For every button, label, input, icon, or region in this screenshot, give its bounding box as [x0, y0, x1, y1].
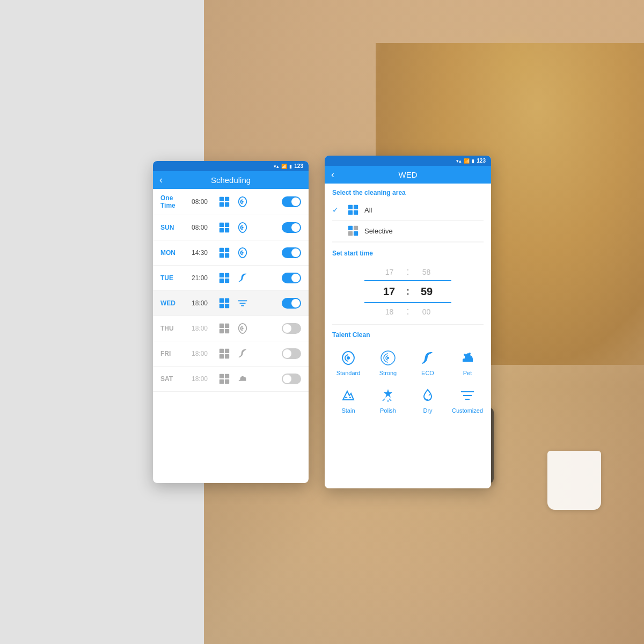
- eco-icon: [418, 348, 437, 368]
- schedule-row-mon[interactable]: MON 14:30: [153, 240, 309, 266]
- area-icon-all: [347, 204, 359, 216]
- colon-1758: :: [406, 266, 409, 277]
- clean-icon-fri: [236, 347, 250, 361]
- talent-customized[interactable]: Customized: [449, 383, 486, 417]
- toggle-fri[interactable]: [282, 348, 301, 359]
- talent-dry[interactable]: Dry: [409, 383, 446, 417]
- talent-pet[interactable]: Pet: [449, 345, 486, 379]
- svg-rect-28: [219, 329, 224, 333]
- schedule-row-wed[interactable]: WED 18:00: [153, 291, 309, 316]
- time-onetime: 08:00: [192, 198, 213, 206]
- schedule-row-thu[interactable]: THU 18:00: [153, 316, 309, 341]
- svg-rect-11: [225, 248, 229, 252]
- strong-icon: [378, 348, 398, 368]
- mode-icon-sun: [217, 221, 231, 235]
- mode-icon-tue: [217, 271, 231, 285]
- time-fri: 18:00: [192, 350, 213, 357]
- svg-rect-26: [219, 324, 224, 328]
- schedule-row-tue[interactable]: TUE 21:00: [153, 266, 309, 291]
- talent-clean-section: Standard Strong ECO: [325, 342, 491, 426]
- hour-1800: 18: [380, 308, 398, 316]
- svg-rect-45: [348, 231, 353, 236]
- mode-icon-sat: [217, 372, 231, 386]
- schedule-row-sat[interactable]: SAT 18:00: [153, 367, 309, 392]
- hour-1759: 17: [380, 286, 398, 298]
- svg-rect-1: [225, 197, 229, 201]
- back-button-left[interactable]: ‹: [159, 174, 163, 186]
- clean-icon-sat: [236, 372, 250, 386]
- status-time-left: 123: [294, 163, 303, 169]
- wifi-icon: 📶: [281, 164, 287, 169]
- day-wed: WED: [160, 299, 187, 307]
- area-option-selective[interactable]: ✓ Selective: [332, 221, 484, 241]
- svg-point-50: [469, 353, 471, 355]
- schedule-row-sun[interactable]: SUN 08:00: [153, 215, 309, 240]
- schedule-row-fri[interactable]: FRI 18:00: [153, 341, 309, 367]
- toggle-mon[interactable]: [282, 247, 301, 258]
- day-sun: SUN: [160, 224, 187, 231]
- day-sat: SAT: [160, 375, 187, 383]
- area-icon-selective: [347, 225, 359, 237]
- day-mon: MON: [160, 249, 187, 257]
- talent-eco[interactable]: ECO: [409, 345, 446, 379]
- time-wed: 18:00: [192, 299, 213, 307]
- day-fri: FRI: [160, 350, 187, 357]
- talent-standard[interactable]: Standard: [330, 345, 367, 379]
- toggle-onetime[interactable]: [282, 196, 301, 207]
- svg-rect-22: [225, 304, 229, 308]
- time-row-1800[interactable]: 18 : 00: [380, 303, 435, 320]
- toggle-wed[interactable]: [282, 298, 301, 309]
- nav-bar-left: ‹ Scheduling: [153, 171, 309, 189]
- time-row-1759[interactable]: 17 : 59: [364, 280, 451, 303]
- svg-rect-38: [225, 379, 229, 384]
- schedule-row-onetime[interactable]: One Time 08:00: [153, 189, 309, 215]
- signal-icon: ▾▴: [274, 164, 279, 169]
- nav-bar-right: ‹ WED: [325, 166, 491, 184]
- svg-rect-7: [219, 228, 224, 232]
- strong-label: Strong: [379, 370, 397, 376]
- talent-stain[interactable]: Stain: [330, 383, 367, 417]
- clean-icon-thu: [236, 321, 250, 335]
- svg-rect-6: [225, 223, 229, 227]
- colon-1759: :: [406, 286, 409, 297]
- talent-polish[interactable]: Polish: [370, 383, 406, 417]
- status-bar-right: ▾▴ 📶 ▮ 123: [325, 156, 491, 166]
- svg-rect-27: [225, 324, 229, 328]
- mode-icon-fri: [217, 347, 231, 361]
- talent-strong[interactable]: Strong: [370, 345, 406, 379]
- stain-label: Stain: [341, 407, 355, 414]
- svg-rect-29: [225, 329, 229, 333]
- svg-rect-42: [354, 210, 358, 215]
- toggle-sat[interactable]: [282, 374, 301, 384]
- pet-icon: [458, 348, 477, 368]
- toggle-thu[interactable]: [282, 323, 301, 334]
- svg-rect-15: [219, 273, 224, 277]
- mode-icon-wed: [217, 296, 231, 310]
- svg-rect-46: [354, 231, 358, 236]
- back-button-right[interactable]: ‹: [331, 169, 334, 180]
- svg-rect-43: [348, 226, 353, 230]
- phone-wed-detail: ▾▴ 📶 ▮ 123 ‹ WED Select the cleaning are…: [325, 156, 491, 488]
- time-row-1758[interactable]: 17 : 58: [380, 264, 435, 280]
- pet-label: Pet: [463, 370, 472, 376]
- colon-1800: :: [406, 306, 409, 317]
- battery-icon: ▮: [289, 164, 292, 169]
- toggle-tue[interactable]: [282, 273, 301, 283]
- nav-title-right: WED: [399, 170, 418, 179]
- eco-label: ECO: [421, 370, 434, 376]
- schedule-list: One Time 08:00 SUN 08:00: [153, 189, 309, 392]
- nav-title-left: Scheduling: [211, 175, 251, 185]
- svg-rect-21: [219, 304, 224, 308]
- area-option-all[interactable]: ✓ All: [332, 200, 484, 221]
- standard-icon: [339, 348, 358, 368]
- svg-point-4: [241, 201, 244, 203]
- dry-icon: [418, 386, 437, 405]
- svg-rect-19: [219, 298, 224, 303]
- svg-rect-40: [354, 205, 358, 209]
- svg-point-49: [464, 354, 466, 356]
- clean-icon-tue: [236, 271, 250, 285]
- toggle-sun[interactable]: [282, 222, 301, 233]
- svg-rect-44: [354, 226, 358, 230]
- page-container: ▾▴ 📶 ▮ 123 ‹ Scheduling One Time 08:00: [0, 0, 644, 644]
- battery-icon-r: ▮: [472, 158, 474, 164]
